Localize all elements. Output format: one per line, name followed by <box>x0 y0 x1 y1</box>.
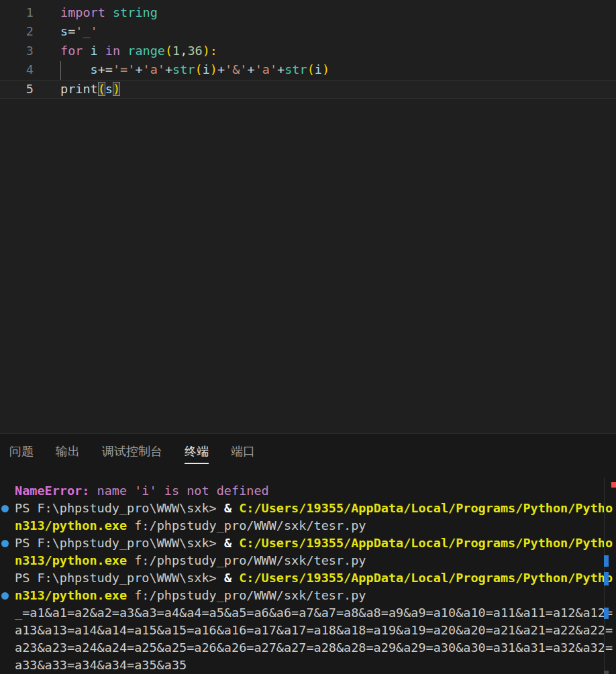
terminal-text: f:/phpstudy_pro/WWW/sxk/tesr.py <box>127 518 366 532</box>
code-token: str <box>172 62 195 76</box>
code-text: for i in range(1,36): <box>60 42 217 61</box>
terminal-output[interactable]: NameError: name 'i' is not definedPS F:\… <box>0 478 616 674</box>
terminal-text: & <box>224 501 239 515</box>
command-decoration-dot-icon[interactable] <box>1 540 9 547</box>
code-token <box>120 44 127 58</box>
code-token: for <box>60 44 83 58</box>
line-number[interactable]: 4 <box>0 60 34 80</box>
terminal-line: NameError: name 'i' is not defined <box>0 482 616 500</box>
code-token: ) <box>210 62 217 76</box>
code-token: import <box>60 5 105 19</box>
code-token: print <box>60 82 98 96</box>
terminal-line: n313/python.exe f:/phpstudy_pro/WWW/sxk/… <box>0 587 616 604</box>
terminal-text: f:/phpstudy_pro/WWW/sxk/tesr.py <box>127 553 366 567</box>
terminal-line: n313/python.exe f:/phpstudy_pro/WWW/sxk/… <box>0 517 616 535</box>
code-token <box>98 44 105 58</box>
code-line[interactable]: 3for i in range(1,36): <box>0 42 616 61</box>
code-line[interactable]: 5print(s) <box>0 80 616 99</box>
code-token: i <box>315 62 322 76</box>
code-token: range <box>127 44 165 58</box>
code-token <box>105 5 113 19</box>
terminal-text: n313/python.exe <box>15 553 127 567</box>
command-decoration-dot-icon[interactable] <box>1 592 9 600</box>
scrollbar-command-marker <box>604 555 609 567</box>
code-token: '=' <box>113 62 135 76</box>
terminal-text: f:/phpstudy_pro/WWW/sxk/tesr.py <box>127 588 366 602</box>
code-editor[interactable]: 1import string2s='_'3for i in range(1,36… <box>0 0 616 434</box>
line-number[interactable]: 2 <box>0 22 34 42</box>
terminal-line: a33&a33=a34&a34=a35&a35 <box>0 657 616 674</box>
line-number[interactable]: 5 <box>0 80 34 99</box>
terminal-text: NameError: <box>15 484 89 498</box>
code-token: + <box>217 62 225 76</box>
code-token: str <box>285 62 307 76</box>
code-line[interactable]: 2s='_' <box>0 22 616 42</box>
terminal-text: a33&a33=a34&a34=a35&a35 <box>15 658 187 672</box>
terminal-line: PS F:\phpstudy_pro\WWW\sxk> & C:/Users/1… <box>0 569 616 587</box>
code-token: in <box>105 44 120 58</box>
code-token: + <box>135 62 142 76</box>
code-token: ( <box>98 82 105 96</box>
code-text: import string <box>60 3 158 23</box>
terminal-text: n313/python.exe <box>15 518 127 532</box>
terminal-line: PS F:\phpstudy_pro\WWW\sxk> & C:/Users/1… <box>0 500 616 517</box>
line-number[interactable]: 3 <box>0 42 34 61</box>
scrollbar-command-marker <box>604 572 609 585</box>
code-token: ) <box>322 62 329 76</box>
code-token: '&' <box>225 62 247 76</box>
code-token: += <box>98 62 113 76</box>
code-token: ) <box>113 82 120 96</box>
code-token <box>83 44 90 58</box>
terminal-text: & <box>224 571 239 585</box>
terminal-line: a13&a13=a14&a14=a15&a15=a16&a16=a17&a17=… <box>0 622 616 639</box>
command-decoration-dot-icon[interactable] <box>1 505 9 512</box>
code-text: s+='='+'a'+str(i)+'&'+'a'+str(i) <box>60 60 329 80</box>
tab-problems[interactable]: 问题 <box>9 434 34 464</box>
terminal-text: PS F:\phpstudy_pro\WWW\sxk> <box>15 571 224 585</box>
terminal-lines: NameError: name 'i' is not definedPS F:\… <box>0 482 616 674</box>
panel-tab-bar: 问题输出调试控制台终端端口 <box>0 434 616 469</box>
code-token: '_' <box>75 24 97 38</box>
code-token: , <box>180 44 187 58</box>
terminal-text: PS F:\phpstudy_pro\WWW\sxk> <box>15 501 224 515</box>
tab-output[interactable]: 输出 <box>56 434 80 464</box>
code-token: i <box>203 62 210 76</box>
line-number[interactable]: 1 <box>0 3 34 23</box>
code-token: ( <box>165 44 172 58</box>
code-token: : <box>210 44 217 58</box>
terminal-text: _=a1&a1=a2&a2=a3&a3=a4&a4=a5&a5=a6&a6=a7… <box>15 606 613 620</box>
code-line[interactable]: 4 s+='='+'a'+str(i)+'&'+'a'+str(i) <box>0 60 616 80</box>
scrollbar-error-marker <box>611 482 616 488</box>
tab-ports[interactable]: 端口 <box>231 434 255 464</box>
terminal-text: C:/Users/19355/AppData/Local/Programs/Py… <box>239 571 613 585</box>
code-token: = <box>68 24 75 38</box>
terminal-text: name 'i' is not defined <box>89 484 268 498</box>
code-token: 'a' <box>255 62 277 76</box>
code-text: s='_' <box>60 22 98 42</box>
scrollbar-end-marker <box>604 671 609 674</box>
code-token: s <box>91 62 98 76</box>
code-lines: 1import string2s='_'3for i in range(1,36… <box>0 3 616 99</box>
code-token: ( <box>195 62 203 76</box>
terminal-text: C:/Users/19355/AppData/Local/Programs/Py… <box>239 536 613 550</box>
tab-terminal[interactable]: 终端 <box>185 434 209 464</box>
terminal-line: PS F:\phpstudy_pro\WWW\sxk> & C:/Users/1… <box>0 535 616 552</box>
code-token: string <box>113 5 158 19</box>
code-token: ) <box>203 44 210 58</box>
code-token: 'a' <box>143 62 165 76</box>
code-token: + <box>277 62 285 76</box>
scrollbar-command-marker <box>604 608 609 619</box>
code-token: + <box>248 62 255 76</box>
code-token: ( <box>307 62 315 76</box>
terminal-text: n313/python.exe <box>15 588 127 602</box>
code-token: s <box>60 24 68 38</box>
terminal-text: PS F:\phpstudy_pro\WWW\sxk> <box>15 536 224 550</box>
tab-debug-console[interactable]: 调试控制台 <box>102 434 162 464</box>
code-token: 36 <box>187 44 202 58</box>
terminal-text: a23&a23=a24&a24=a25&a25=a26&a26=a27&a27=… <box>15 640 613 655</box>
code-token: i <box>91 44 98 58</box>
terminal-text: & <box>224 536 239 550</box>
bottom-panel: 问题输出调试控制台终端端口 NameError: name 'i' is not… <box>0 433 616 674</box>
code-line[interactable]: 1import string <box>0 3 616 23</box>
code-token: s <box>105 82 113 96</box>
